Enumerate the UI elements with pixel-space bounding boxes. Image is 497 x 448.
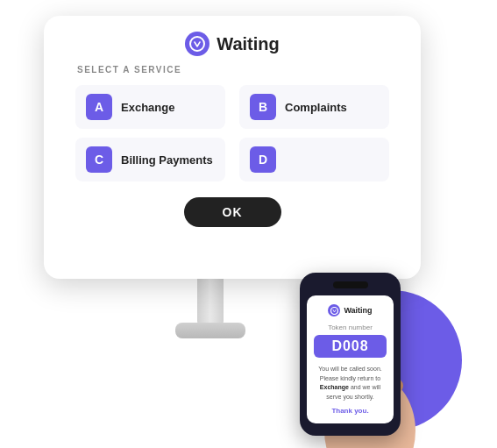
stand-base	[175, 323, 245, 338]
phone-message: You will be called soon. Please kindly r…	[314, 365, 387, 402]
app-title: Waiting	[217, 34, 279, 54]
select-service-label: SELECT A SERVICE	[77, 65, 181, 75]
service-name-b: Complaints	[285, 101, 347, 114]
phone-screen: Waiting Token number D008 You will be ca…	[307, 295, 394, 423]
message-line1: You will be called soon.	[318, 366, 382, 372]
kiosk-monitor: Waiting SELECT A SERVICE A Exchange B Co…	[44, 16, 421, 279]
service-item-d[interactable]: D	[239, 138, 389, 181]
phone: Waiting Token number D008 You will be ca…	[300, 273, 401, 436]
svg-point-0	[190, 37, 204, 51]
phone-brand-icon	[328, 304, 340, 316]
logo-icon	[185, 32, 209, 56]
phone-brand-text: Waiting	[344, 306, 372, 315]
scene: Waiting SELECT A SERVICE A Exchange B Co…	[0, 0, 497, 448]
monitor-screen: Waiting SELECT A SERVICE A Exchange B Co…	[44, 16, 421, 279]
service-badge-d: D	[250, 146, 276, 173]
service-badge-c: C	[86, 146, 112, 173]
services-grid: A Exchange B Complaints C Billing Paymen…	[68, 85, 396, 181]
service-name-c: Billing Payments	[121, 153, 213, 167]
service-item-a[interactable]: A Exchange	[75, 85, 225, 129]
ok-button[interactable]: OK	[184, 197, 281, 227]
message-line2: Please kindly return to	[320, 375, 380, 381]
service-badge-a: A	[86, 94, 112, 120]
thank-you-text: Thank you.	[314, 407, 387, 415]
service-badge-b: B	[250, 94, 276, 120]
message-bold: Exchange	[320, 384, 349, 390]
kiosk-stand	[175, 272, 245, 338]
message-line3: and we will	[351, 384, 380, 390]
svg-point-1	[330, 307, 337, 314]
message-line4: serve you shortly.	[326, 394, 373, 400]
hand-with-phone: Waiting Token number D008 You will be ca…	[287, 273, 444, 448]
service-item-c[interactable]: C Billing Payments	[75, 138, 225, 181]
phone-notch	[333, 281, 368, 288]
phone-brand: Waiting	[314, 304, 387, 316]
service-name-a: Exchange	[121, 101, 174, 114]
token-badge: D008	[314, 335, 387, 358]
logo-area: Waiting	[185, 32, 279, 56]
stand-neck	[197, 272, 224, 324]
token-label: Token number	[314, 324, 387, 331]
service-item-b[interactable]: B Complaints	[239, 85, 389, 129]
